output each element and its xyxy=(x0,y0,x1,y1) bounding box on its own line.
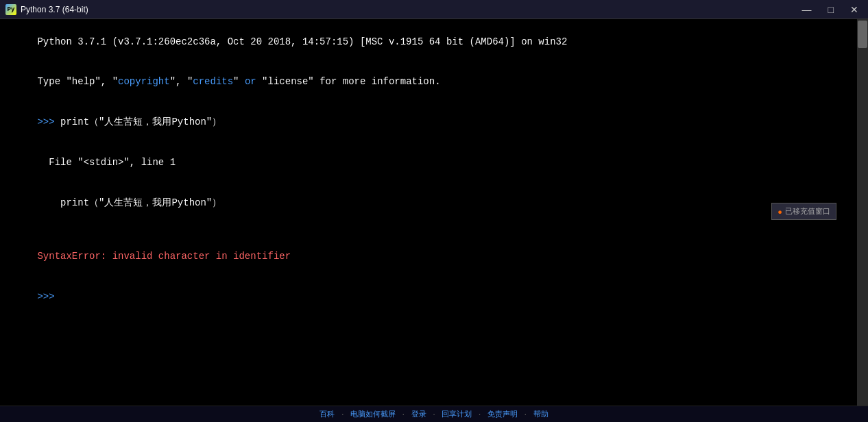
main-wrapper: Python 3.7.1 (v3.7.1:260ec2c36a, Oct 20 … xyxy=(0,19,868,406)
bottom-link-share[interactable]: 回享计划 xyxy=(442,409,472,419)
maximize-button[interactable]: □ xyxy=(824,3,838,16)
bottom-link-baike[interactable]: 百科 xyxy=(320,409,335,419)
terminal-line-6 xyxy=(3,223,854,237)
separator-4: · xyxy=(477,410,482,419)
bottom-link-disclaimer[interactable]: 免责声明 xyxy=(487,409,518,419)
title-bar-controls: — □ ✕ xyxy=(798,3,863,16)
bottom-link-screenshot[interactable]: 电脑如何截屏 xyxy=(350,409,396,419)
terminal-text-4: File "<stdin>", line 1 xyxy=(37,157,176,168)
separator-1: · xyxy=(340,410,345,419)
title-bar: Py Python 3.7 (64-bit) — □ ✕ xyxy=(0,0,868,19)
terminal-input-1: print（"人生苦短，我用Python"） xyxy=(60,116,221,127)
terminal-prompt-2: >>> xyxy=(37,291,60,302)
tooltip-icon: ● xyxy=(777,208,782,216)
separator-3: · xyxy=(432,410,437,419)
separator-5: · xyxy=(523,410,528,419)
title-bar-left: Py Python 3.7 (64-bit) xyxy=(5,4,88,15)
terminal-line-5: print（"人生苦短，我用Python"） xyxy=(3,183,854,223)
python-icon: Py xyxy=(5,4,16,15)
bottom-link-help[interactable]: 帮助 xyxy=(533,409,548,419)
terminal-error: SyntaxError: invalid character in identi… xyxy=(37,251,291,262)
terminal-line-1: Python 3.7.1 (v3.7.1:260ec2c36a, Oct 20 … xyxy=(3,22,854,62)
close-button[interactable]: ✕ xyxy=(846,3,863,16)
terminal-text-1: Python 3.7.1 (v3.7.1:260ec2c36a, Oct 20 … xyxy=(37,36,567,47)
terminal-prompt-1: >>> xyxy=(37,116,60,127)
terminal-text-2: Type "help", "copyright", "credits" or "… xyxy=(37,76,440,87)
tooltip-popup: ● 已移充值窗口 xyxy=(771,203,836,220)
terminal-line-4: File "<stdin>", line 1 xyxy=(3,142,854,183)
terminal-text-5: print（"人生苦短，我用Python"） xyxy=(37,197,221,208)
terminal-line-2: Type "help", "copyright", "credits" or "… xyxy=(3,62,854,103)
bottom-link-login[interactable]: 登录 xyxy=(411,409,426,419)
window-title: Python 3.7 (64-bit) xyxy=(21,5,88,14)
bottom-bar: 百科 · 电脑如何截屏 · 登录 · 回享计划 · 免责声明 · 帮助 xyxy=(0,406,868,422)
terminal-window[interactable]: Python 3.7.1 (v3.7.1:260ec2c36a, Oct 20 … xyxy=(0,19,857,406)
terminal-line-3: >>> print（"人生苦短，我用Python"） xyxy=(3,103,854,143)
terminal-line-7: SyntaxError: invalid character in identi… xyxy=(3,237,854,277)
tooltip-text: 已移充值窗口 xyxy=(785,206,830,216)
minimize-button[interactable]: — xyxy=(798,3,816,16)
scrollbar[interactable] xyxy=(857,19,868,406)
scrollbar-thumb[interactable] xyxy=(858,21,867,48)
separator-2: · xyxy=(401,410,406,419)
terminal-line-8: >>> xyxy=(3,277,854,317)
